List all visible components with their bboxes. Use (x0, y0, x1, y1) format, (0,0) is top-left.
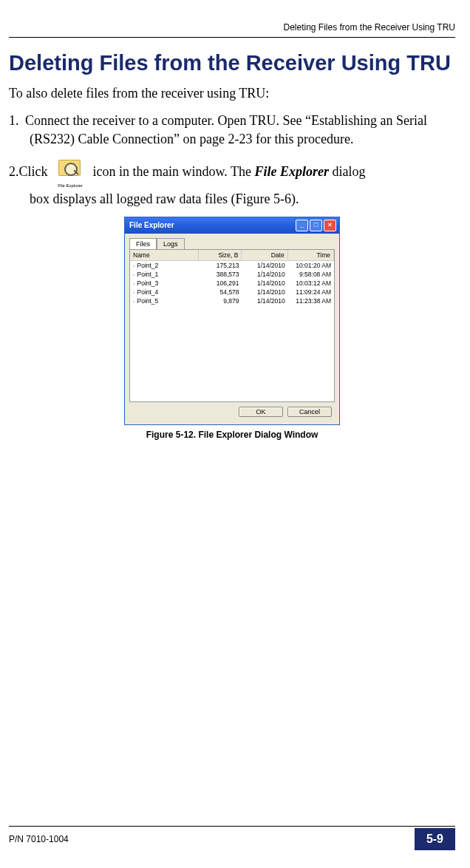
cell-date: 1/14/2010 (242, 288, 288, 296)
cell-date: 1/14/2010 (242, 279, 288, 288)
maximize-icon[interactable]: □ (310, 220, 322, 231)
step-2-text-b: icon in the main window. The (93, 164, 255, 179)
step-2-line2: box displays all logged raw data files (… (30, 188, 455, 211)
cell-size: 54,578 (200, 288, 242, 296)
file-explorer-icon: File Explorer (54, 158, 86, 188)
cancel-button[interactable]: Cancel (287, 407, 332, 417)
table-row[interactable]: Point_2 175,213 1/14/2010 10:01:20 AM (130, 261, 334, 270)
cell-size: 175,213 (200, 261, 242, 270)
file-list-pane: Name Size, B Date Time Point_2 175,213 1… (129, 249, 335, 402)
cell-time: 10:01:20 AM (288, 261, 334, 270)
cell-name: Point_4 (130, 288, 200, 296)
step-1-text: Connect the receiver to a computer. Open… (25, 113, 427, 146)
intro-paragraph: To also delete files from the receiver u… (9, 86, 455, 101)
minimize-icon[interactable]: _ (296, 220, 308, 231)
file-list-header: Name Size, B Date Time (130, 250, 334, 261)
dialog-title: File Explorer (129, 221, 174, 229)
cell-date: 1/14/2010 (242, 270, 288, 279)
close-icon[interactable]: × (324, 220, 336, 231)
tab-files[interactable]: Files (129, 238, 157, 249)
cell-size: 388,573 (200, 270, 242, 279)
step-2: 2.Click File Explorer icon in the main w… (9, 158, 455, 211)
file-explorer-dialog: File Explorer _ □ × Files Logs Name Size… (124, 217, 340, 425)
cell-time: 9:58:08 AM (288, 270, 334, 279)
cell-size: 9,879 (200, 296, 242, 305)
page-title: Deleting Files from the Receiver Using T… (9, 51, 455, 75)
col-size[interactable]: Size, B (199, 250, 242, 261)
step-1-number: 1. (9, 112, 25, 129)
ok-button[interactable]: OK (239, 407, 283, 417)
step-2-text-c: dialog (329, 164, 366, 179)
cell-size: 106,291 (200, 279, 242, 288)
cell-name: Point_5 (130, 296, 200, 305)
step-2-bold: File Explorer (254, 164, 329, 179)
step-2-text-a: Click (19, 164, 48, 179)
running-header: Deleting Files from the Receiver Using T… (9, 22, 455, 38)
part-number: P/N 7010-1004 (9, 834, 69, 844)
col-time[interactable]: Time (288, 250, 334, 261)
file-explorer-icon-label: File Explorer (54, 182, 86, 189)
step-1: 1.Connect the receiver to a computer. Op… (9, 112, 455, 148)
tab-logs[interactable]: Logs (157, 238, 185, 249)
cell-time: 10:03:12 AM (288, 279, 334, 288)
cell-name: Point_1 (130, 270, 200, 279)
figure-caption: Figure 5-12. File Explorer Dialog Window (9, 430, 455, 440)
cell-time: 11:09:24 AM (288, 288, 334, 296)
page-number: 5-9 (415, 828, 455, 850)
col-name[interactable]: Name (130, 250, 199, 261)
cell-name: Point_2 (130, 261, 200, 270)
cell-date: 1/14/2010 (242, 261, 288, 270)
table-row[interactable]: Point_3 106,291 1/14/2010 10:03:12 AM (130, 279, 334, 288)
cell-time: 11:23:38 AM (288, 296, 334, 305)
step-2-number: 2. (9, 164, 19, 179)
cell-date: 1/14/2010 (242, 296, 288, 305)
col-date[interactable]: Date (242, 250, 287, 261)
table-row[interactable]: Point_1 388,573 1/14/2010 9:58:08 AM (130, 270, 334, 279)
dialog-titlebar: File Explorer _ □ × (125, 217, 339, 234)
table-row[interactable]: Point_5 9,879 1/14/2010 11:23:38 AM (130, 296, 334, 305)
cell-name: Point_3 (130, 279, 200, 288)
table-row[interactable]: Point_4 54,578 1/14/2010 11:09:24 AM (130, 288, 334, 296)
page-footer: P/N 7010-1004 5-9 (9, 826, 455, 850)
